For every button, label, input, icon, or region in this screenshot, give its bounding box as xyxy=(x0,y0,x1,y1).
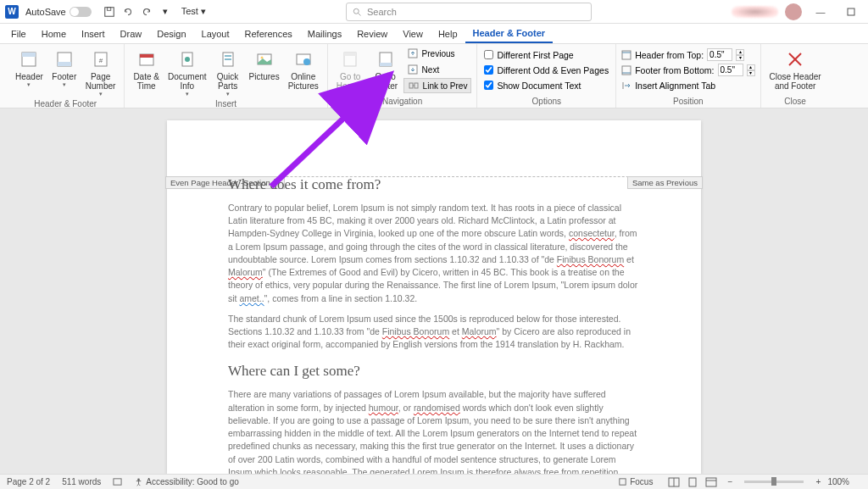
save-icon[interactable] xyxy=(100,3,119,21)
restore-icon[interactable] xyxy=(839,3,863,21)
document-name[interactable]: Test ▾ xyxy=(181,6,206,17)
document-info-button[interactable]: Document Info▾ xyxy=(164,46,210,99)
tab-insert[interactable]: Insert xyxy=(74,25,113,42)
heading-2: Where can I get some? xyxy=(228,363,640,380)
page-body: Where does it come from? Contrary to pop… xyxy=(228,176,640,474)
svg-point-14 xyxy=(185,57,190,62)
zoom-percent[interactable]: 100% xyxy=(827,477,849,486)
ribbon-tabs: File Home Insert Draw Design Layout Refe… xyxy=(0,24,868,44)
view-print-icon[interactable] xyxy=(683,475,702,489)
svg-rect-45 xyxy=(706,478,716,486)
zoom-slider[interactable] xyxy=(744,481,804,483)
header-button[interactable]: Header▾ xyxy=(12,46,47,90)
header-top-input[interactable] xyxy=(707,48,732,61)
group-close: Close Header and Footer Close xyxy=(761,44,830,108)
next-button[interactable]: Next xyxy=(403,62,472,77)
tab-references[interactable]: References xyxy=(237,25,300,42)
paragraph-3: There are many variations of passages of… xyxy=(228,388,640,474)
tab-file[interactable]: File xyxy=(3,25,34,42)
group-header-footer: Header▾ Footer▾ #Page Number▾ Header & F… xyxy=(7,44,125,108)
svg-point-40 xyxy=(137,478,140,481)
svg-rect-29 xyxy=(415,83,418,88)
minimize-icon[interactable]: — xyxy=(809,3,832,21)
view-web-icon[interactable] xyxy=(702,475,721,489)
insert-alignment-tab-button[interactable]: Insert Alignment Tab xyxy=(621,78,754,92)
footer-button[interactable]: Footer▾ xyxy=(48,46,81,90)
autosave-toggle[interactable] xyxy=(70,7,92,17)
status-words[interactable]: 511 words xyxy=(62,477,101,486)
link-to-previous-button[interactable]: Link to Prev xyxy=(403,78,472,93)
svg-rect-23 xyxy=(344,53,356,56)
svg-text:#: # xyxy=(98,57,103,64)
tab-home[interactable]: Home xyxy=(34,25,74,42)
tab-review[interactable]: Review xyxy=(349,25,395,42)
footer-bottom-icon xyxy=(621,65,632,75)
tab-mailings[interactable]: Mailings xyxy=(300,25,349,42)
redo-icon[interactable] xyxy=(137,3,156,21)
search-placeholder: Search xyxy=(367,7,397,17)
zoom-out-icon[interactable]: − xyxy=(721,475,739,489)
search-icon xyxy=(352,7,362,17)
svg-rect-28 xyxy=(409,83,413,88)
svg-rect-16 xyxy=(225,55,231,57)
svg-rect-0 xyxy=(104,7,114,16)
online-pictures-button[interactable]: Online Pictures xyxy=(285,46,322,92)
title-bar: W AutoSave ▾ Test ▾ Search — xyxy=(0,0,868,24)
group-insert: Date & Time Document Info▾ Quick Parts▾ … xyxy=(125,44,327,108)
previous-button[interactable]: Previous xyxy=(403,46,472,61)
svg-point-21 xyxy=(303,58,310,65)
svg-rect-4 xyxy=(848,8,854,15)
svg-line-3 xyxy=(358,13,360,15)
undo-icon[interactable] xyxy=(119,3,137,21)
search-box[interactable]: Search xyxy=(346,3,592,21)
tab-design[interactable]: Design xyxy=(149,25,193,42)
status-lang-icon[interactable] xyxy=(113,477,122,486)
tab-view[interactable]: View xyxy=(395,25,431,42)
user-avatar[interactable] xyxy=(785,3,802,20)
align-tab-icon xyxy=(621,81,632,91)
close-header-footer-button[interactable]: Close Header and Footer xyxy=(766,46,825,92)
tab-header-footer[interactable]: Header & Footer xyxy=(465,25,554,43)
document-canvas[interactable]: Even Page Header -Section 2- Same as Pre… xyxy=(0,108,868,474)
tab-draw[interactable]: Draw xyxy=(113,25,150,42)
heading-1: Where does it come from? xyxy=(228,176,640,193)
status-page[interactable]: Page 2 of 2 xyxy=(7,477,50,486)
status-accessibility[interactable]: Accessibility: Good to go xyxy=(134,477,239,486)
svg-rect-44 xyxy=(689,478,696,486)
ribbon: Header▾ Footer▾ #Page Number▾ Header & F… xyxy=(0,44,868,108)
tab-layout[interactable]: Layout xyxy=(194,25,237,42)
show-document-text-checkbox[interactable]: Show Document Text xyxy=(482,78,610,92)
group-position: Header from Top:▴▾ Footer from Bottom:▴▾… xyxy=(616,44,760,108)
status-bar: Page 2 of 2 511 words Accessibility: Goo… xyxy=(0,474,868,489)
footer-bottom-input[interactable] xyxy=(718,64,743,76)
svg-rect-39 xyxy=(114,479,121,485)
svg-rect-41 xyxy=(620,479,626,485)
paragraph-2: The standard chunk of Lorem Ipsum used s… xyxy=(228,313,640,352)
zoom-in-icon[interactable]: + xyxy=(809,475,827,489)
view-read-icon[interactable] xyxy=(665,475,683,489)
footer-bottom-spinner[interactable]: ▴▾ xyxy=(747,64,755,76)
goto-footer-button[interactable]: Go to Footer xyxy=(370,46,402,92)
different-first-page-checkbox[interactable]: Different First Page xyxy=(482,47,610,62)
group-navigation: Go to Header Go to Footer Previous Next … xyxy=(328,44,478,108)
accessibility-icon xyxy=(134,477,143,486)
user-name-blurred xyxy=(732,6,778,18)
svg-rect-17 xyxy=(225,58,231,60)
tab-help[interactable]: Help xyxy=(431,25,465,42)
different-odd-even-checkbox[interactable]: Different Odd & Even Pages xyxy=(482,63,610,77)
quick-parts-button[interactable]: Quick Parts▾ xyxy=(212,46,244,99)
date-time-button[interactable]: Date & Time xyxy=(130,46,163,92)
goto-header-button: Go to Header xyxy=(333,46,368,92)
svg-rect-6 xyxy=(22,53,36,57)
autosave-label: AutoSave xyxy=(25,7,66,17)
svg-rect-8 xyxy=(58,62,71,66)
header-top-spinner[interactable]: ▴▾ xyxy=(736,49,744,61)
page-number-button[interactable]: #Page Number▾ xyxy=(82,46,120,99)
pictures-button[interactable]: Pictures xyxy=(246,46,283,83)
header-from-top-row: Header from Top:▴▾ xyxy=(621,47,754,62)
page: Even Page Header -Section 2- Same as Pre… xyxy=(167,120,701,474)
status-focus[interactable]: Focus xyxy=(618,477,653,486)
svg-rect-25 xyxy=(380,63,392,66)
footer-from-bottom-row: Footer from Bottom:▴▾ xyxy=(621,63,754,77)
qat-dropdown-icon[interactable]: ▾ xyxy=(156,3,175,21)
